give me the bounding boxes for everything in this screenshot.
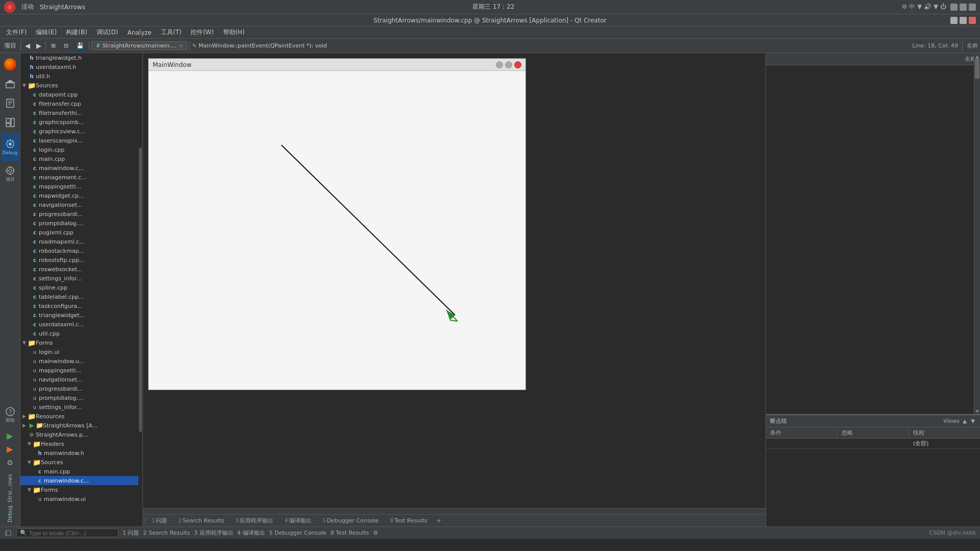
tree-item-main-cpp[interactable]: cmain.cpp: [20, 154, 142, 163]
close-btn[interactable]: [969, 4, 976, 11]
nav-icon-edit[interactable]: [1, 94, 19, 112]
tree-item-trianglewidget-cpp[interactable]: ctrianglewidget...: [20, 310, 142, 320]
bottom-tab-compile[interactable]: 4 编译输出: [279, 516, 316, 525]
toolbar-expand-btn[interactable]: ⊟: [61, 41, 71, 50]
tree-item-settings-infor[interactable]: csettings_infor...: [20, 274, 142, 283]
menu-file[interactable]: 文件(F): [2, 27, 31, 38]
tree-item-roswebsocket[interactable]: croswebsocket...: [20, 265, 142, 274]
tree-item-datapoint-cpp[interactable]: cdatapoint.cpp: [20, 90, 142, 99]
menu-debug[interactable]: 调试(D): [92, 27, 123, 38]
tree-item-promptdialog-ui[interactable]: upromptdialog....: [20, 393, 142, 402]
tree-folder-sources2[interactable]: ▼ 📁 Sources: [20, 458, 142, 467]
bottom-tab-appout[interactable]: 3 应用程序输出: [230, 516, 278, 525]
nav-icon-debug[interactable]: Debug: [1, 133, 19, 161]
bp-expand-btn[interactable]: ▼: [970, 418, 976, 424]
tree-item-util-cpp[interactable]: cutil.cpp: [20, 329, 142, 338]
nav-icon-welcome[interactable]: [1, 75, 19, 93]
status-tab-1[interactable]: 1 问题: [123, 529, 139, 537]
tree-item-navigationset-ui[interactable]: unavigationset...: [20, 375, 142, 384]
preview-max-btn[interactable]: [505, 61, 512, 68]
menu-controls[interactable]: 控件(W): [186, 27, 218, 38]
toolbar-save-btn[interactable]: 💾: [74, 41, 87, 50]
status-tab-2[interactable]: 2 Search Results: [144, 530, 190, 536]
tree-item-graphicsview[interactable]: cgraphicsview.c...: [20, 127, 142, 136]
tree-item-pugixml[interactable]: cpugixml.cpp: [20, 228, 142, 237]
tree-item-userdataxml-h[interactable]: h userdataxml.h: [20, 62, 142, 71]
app-name[interactable]: StraightArrows: [40, 4, 85, 11]
status-tab-4[interactable]: 4 编译输出: [237, 529, 266, 537]
menu-help[interactable]: 帮助(H): [219, 27, 249, 38]
mainwindow-preview[interactable]: MainWindow: [148, 58, 526, 390]
tree-item-progressbard[interactable]: cprogressbardi...: [20, 209, 142, 219]
tree-item-filetransferth[interactable]: cfiletransferthi...: [20, 108, 142, 117]
toolbar-forward-btn[interactable]: ▶: [34, 41, 43, 51]
tree-item-management[interactable]: cmanagement.c...: [20, 173, 142, 182]
hscroll-bar[interactable]: [143, 508, 766, 514]
nav-icon-help[interactable]: ? 帮助: [1, 403, 19, 427]
maximize-btn[interactable]: [960, 4, 967, 11]
tree-item-mainwindow-cpp[interactable]: cmainwindow.c...: [20, 163, 142, 173]
tree-item-mainwindow-ui2[interactable]: umainwindow.ui: [20, 494, 142, 504]
tree-item-sa-pro[interactable]: ⚙StraightArrows.p...: [20, 430, 142, 439]
tree-item-mappingsett[interactable]: cmappingsetti...: [20, 182, 142, 191]
preview-controls[interactable]: [496, 61, 521, 68]
right-vscroll-thumb[interactable]: [975, 58, 979, 79]
win-close-btn[interactable]: [969, 17, 976, 24]
tree-item-laserscanqpix[interactable]: claserscanqpix...: [20, 136, 142, 145]
bottom-tab-add[interactable]: +: [434, 516, 444, 525]
tree-item-taskconfig[interactable]: ctaskconfigura...: [20, 301, 142, 310]
search-input[interactable]: [29, 530, 106, 536]
tree-item-navigationset[interactable]: cnavigationset...: [20, 200, 142, 209]
tree-item-mapwidget[interactable]: cmapwidget.cp...: [20, 191, 142, 200]
bottom-tab-search[interactable]: 2 Search Results: [173, 516, 229, 525]
tree-item-userdataxml-cpp[interactable]: cuserdataxml.c...: [20, 320, 142, 329]
tree-item-filetransfer-cpp[interactable]: cfiletransfer.cpp: [20, 99, 142, 108]
status-tab-3[interactable]: 3 应用程序输出: [194, 529, 233, 537]
bottom-tab-debugger[interactable]: 5 Debugger Console: [318, 516, 384, 525]
debug-stop-btn[interactable]: ⚙: [1, 457, 19, 469]
tree-item-mappingsett-ui[interactable]: umappingsetti...: [20, 366, 142, 375]
tree-item-roadmapxml[interactable]: croadmapxml.c...: [20, 237, 142, 246]
tree-folder-forms2[interactable]: ▼ 📁 Forms: [20, 485, 142, 494]
tree-item-promptdialog[interactable]: cpromptdialog....: [20, 219, 142, 228]
tree-folder-sources[interactable]: ▼ 📁 Sources: [20, 81, 142, 90]
nav-icon-projects[interactable]: 项目: [1, 162, 19, 186]
bp-collapse-btn[interactable]: ▲: [962, 418, 968, 424]
minimize-btn[interactable]: [950, 4, 958, 11]
nav-icon-design[interactable]: [1, 113, 19, 132]
tree-folder-forms[interactable]: ▼ 📁 Forms: [20, 338, 142, 347]
preview-close-btn[interactable]: [514, 61, 521, 68]
vscroll-up-btn[interactable]: ▲: [974, 53, 980, 59]
status-tab-8[interactable]: 8 Test Results: [330, 530, 369, 536]
tree-item-mainwindow-cpp-selected[interactable]: c mainwindow.c...: [20, 476, 142, 485]
tree-folder-straightarrows-app[interactable]: ▶ ▶ 📁 StraightArrows [A...: [20, 421, 142, 430]
preview-min-btn[interactable]: [496, 61, 503, 68]
toolbar-back-btn[interactable]: ◀: [23, 41, 32, 51]
menu-build[interactable]: 构建(B): [62, 27, 91, 38]
tree-item-robostackmap[interactable]: crobostackmap...: [20, 246, 142, 255]
file-path-close[interactable]: ×: [179, 43, 183, 49]
status-tab-5[interactable]: 5 Debugger Console: [269, 530, 326, 536]
menu-edit[interactable]: 编辑(E): [32, 27, 61, 38]
tree-item-robostsftp[interactable]: crobostsftp.cpp...: [20, 255, 142, 265]
status-locate-icon[interactable]: [4, 529, 12, 537]
bottom-tab-issues[interactable]: 1 问题: [147, 516, 172, 525]
tree-item-main-cpp2[interactable]: cmain.cpp: [20, 467, 142, 476]
tree-scrollbar-thumb[interactable]: [139, 148, 142, 432]
status-tab-settings[interactable]: ⚙: [373, 530, 378, 536]
tree-item-login-ui[interactable]: ulogin.ui: [20, 347, 142, 356]
tree-folder-headers[interactable]: ▼ 📁 Headers: [20, 439, 142, 448]
menu-analyze[interactable]: Analyze: [123, 28, 155, 37]
tree-item-tablelabel[interactable]: ctablelabel.cpp...: [20, 292, 142, 301]
tree-item-login-cpp[interactable]: clogin.cpp: [20, 145, 142, 154]
tree-item-settings-ui[interactable]: usettings_infor...: [20, 402, 142, 412]
tree-vscrollbar[interactable]: [138, 53, 142, 526]
status-search-box[interactable]: 🔍: [16, 529, 118, 537]
win-max-btn[interactable]: [960, 17, 967, 24]
win-min-btn[interactable]: [950, 17, 958, 24]
vscroll-down-btn[interactable]: ▼: [974, 408, 980, 414]
tree-folder-resources[interactable]: ▶ 📁 Resources: [20, 412, 142, 421]
tree-item-graphicspoint[interactable]: cgraphicspoinb...: [20, 117, 142, 127]
right-vscroll[interactable]: ▲ ▼: [974, 53, 980, 414]
tree-item-progressbard-ui[interactable]: uprogressbardi...: [20, 384, 142, 393]
